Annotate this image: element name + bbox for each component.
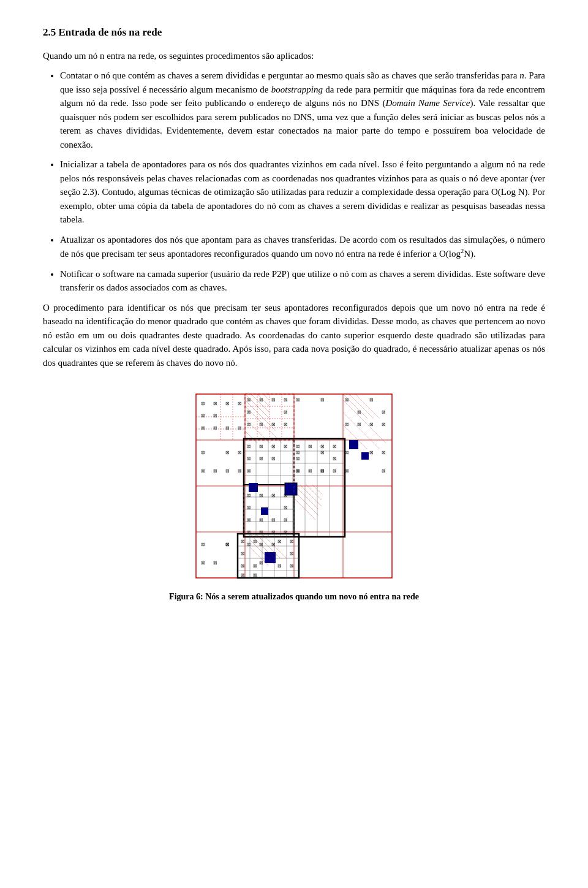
svg-text:⊠: ⊠ — [225, 468, 230, 474]
svg-text:⊠: ⊠ — [382, 422, 386, 427]
svg-text:⊠: ⊠ — [271, 456, 276, 461]
svg-rect-141 — [285, 483, 297, 495]
svg-text:⊠: ⊠ — [259, 517, 263, 523]
svg-text:⊠: ⊠ — [241, 551, 245, 556]
svg-text:⊠: ⊠ — [238, 450, 242, 455]
svg-line-21 — [263, 394, 270, 400]
section-title: 2.5 Entrada de nós na rede — [43, 25, 545, 40]
svg-text:⊠: ⊠ — [201, 468, 205, 474]
svg-text:⊠: ⊠ — [225, 450, 230, 455]
closing-paragraph: O procedimento para identificar os nós q… — [43, 301, 545, 370]
svg-text:⊠: ⊠ — [284, 517, 288, 523]
svg-text:⊠: ⊠ — [201, 450, 205, 455]
svg-line-139 — [294, 491, 318, 515]
svg-text:⊠: ⊠ — [369, 397, 374, 403]
svg-text:⊠: ⊠ — [271, 493, 276, 498]
svg-text:⊠: ⊠ — [284, 397, 288, 403]
svg-rect-143 — [261, 507, 268, 515]
svg-line-28 — [355, 394, 380, 419]
svg-text:⊠: ⊠ — [345, 422, 349, 427]
figure-caption: Figura 6: Nós a serem atualizados quando… — [169, 590, 419, 603]
svg-text:⊠: ⊠ — [247, 493, 251, 498]
svg-line-29 — [343, 400, 386, 443]
diagram: ⊠ ⊠ ⊠ ⊠ ⊠ ⊠ ⊠ ⊠ ⊠ ⊠ ⊠ ⊠ ⊠ ⊠ ⊠ ⊠ ⊠ ⊠ ⊠ ⊠ … — [190, 388, 398, 584]
svg-text:⊠: ⊠ — [284, 444, 288, 449]
svg-text:⊠: ⊠ — [247, 456, 251, 461]
svg-text:⊠: ⊠ — [382, 409, 386, 415]
svg-text:⊠: ⊠ — [333, 456, 337, 461]
bullet-list: Contatar o nó que contém as chaves a ser… — [60, 69, 545, 295]
svg-text:⊠: ⊠ — [259, 560, 263, 566]
svg-text:⊠: ⊠ — [238, 425, 242, 431]
svg-text:⊠: ⊠ — [201, 560, 205, 566]
svg-text:⊠: ⊠ — [238, 401, 242, 406]
svg-text:⊠: ⊠ — [296, 444, 300, 449]
svg-text:⊠: ⊠ — [201, 413, 205, 419]
svg-text:⊠: ⊠ — [225, 401, 230, 406]
svg-text:⊠: ⊠ — [247, 409, 251, 415]
svg-text:⊠: ⊠ — [253, 563, 257, 569]
svg-text:⊠: ⊠ — [271, 517, 276, 523]
svg-text:⊠: ⊠ — [241, 539, 245, 544]
svg-text:⊠: ⊠ — [320, 468, 325, 474]
svg-text:⊠: ⊠ — [320, 444, 325, 449]
svg-text:⊠: ⊠ — [290, 539, 294, 544]
svg-line-30 — [343, 412, 380, 449]
svg-line-136 — [300, 485, 322, 506]
svg-text:⊠: ⊠ — [213, 560, 217, 566]
svg-text:⊠: ⊠ — [253, 539, 257, 544]
svg-text:⊠: ⊠ — [357, 422, 361, 427]
svg-text:⊠: ⊠ — [247, 422, 251, 427]
svg-text:⊠: ⊠ — [284, 422, 288, 427]
svg-rect-142 — [249, 483, 258, 492]
bullet-item-4: Notificar o software na camada superior … — [60, 267, 545, 295]
svg-text:⊠: ⊠ — [225, 425, 230, 431]
svg-text:⊠: ⊠ — [259, 422, 263, 427]
svg-text:⊠: ⊠ — [271, 444, 276, 449]
svg-text:⊠: ⊠ — [253, 572, 257, 578]
svg-text:⊠: ⊠ — [320, 397, 325, 403]
svg-text:⊠: ⊠ — [271, 397, 276, 403]
svg-rect-145 — [361, 452, 369, 460]
bullet-item-1: Contatar o nó que contém as chaves a ser… — [60, 69, 545, 151]
svg-text:⊠: ⊠ — [241, 572, 245, 578]
svg-text:⊠: ⊠ — [271, 422, 276, 427]
svg-rect-144 — [349, 440, 358, 449]
svg-text:⊠: ⊠ — [277, 539, 282, 544]
intro-paragraph: Quando um nó n entra na rede, os seguint… — [43, 49, 545, 63]
svg-text:⊠: ⊠ — [213, 413, 217, 419]
svg-text:⊠: ⊠ — [213, 468, 217, 474]
svg-text:⊠: ⊠ — [259, 493, 263, 498]
svg-text:⊠: ⊠ — [201, 401, 205, 406]
svg-text:⊠: ⊠ — [333, 444, 337, 449]
svg-text:⊠: ⊠ — [241, 563, 245, 569]
svg-text:⊠: ⊠ — [213, 425, 217, 431]
svg-text:⊠: ⊠ — [296, 456, 300, 461]
svg-text:⊠: ⊠ — [277, 563, 282, 569]
svg-text:⊠: ⊠ — [247, 444, 251, 449]
svg-text:⊠: ⊠ — [333, 468, 337, 474]
svg-text:⊠: ⊠ — [357, 409, 361, 415]
svg-text:⊠: ⊠ — [201, 425, 205, 431]
svg-text:⊠: ⊠ — [296, 450, 300, 455]
svg-text:⊠: ⊠ — [259, 397, 263, 403]
svg-text:⊠: ⊠ — [290, 551, 294, 556]
svg-text:⊠: ⊠ — [382, 450, 386, 455]
svg-text:⊠: ⊠ — [382, 468, 386, 474]
svg-line-135 — [294, 485, 318, 509]
svg-text:⊠: ⊠ — [213, 401, 217, 406]
svg-text:⊠: ⊠ — [247, 517, 251, 523]
svg-text:⊠: ⊠ — [296, 397, 300, 403]
figure-container: ⊠ ⊠ ⊠ ⊠ ⊠ ⊠ ⊠ ⊠ ⊠ ⊠ ⊠ ⊠ ⊠ ⊠ ⊠ ⊠ ⊠ ⊠ ⊠ ⊠ … — [43, 388, 545, 603]
svg-text:⊠: ⊠ — [284, 505, 288, 510]
svg-text:⊠: ⊠ — [369, 450, 374, 455]
svg-text:⊠: ⊠ — [225, 542, 230, 547]
svg-text:⊠: ⊠ — [369, 422, 374, 427]
svg-text:⊠: ⊠ — [247, 397, 251, 403]
svg-text:⊠: ⊠ — [238, 468, 242, 474]
svg-line-137 — [306, 485, 322, 500]
svg-line-25 — [245, 431, 257, 443]
svg-text:⊠: ⊠ — [247, 468, 251, 474]
svg-text:⊠: ⊠ — [290, 563, 294, 569]
svg-text:⊠: ⊠ — [259, 456, 263, 461]
